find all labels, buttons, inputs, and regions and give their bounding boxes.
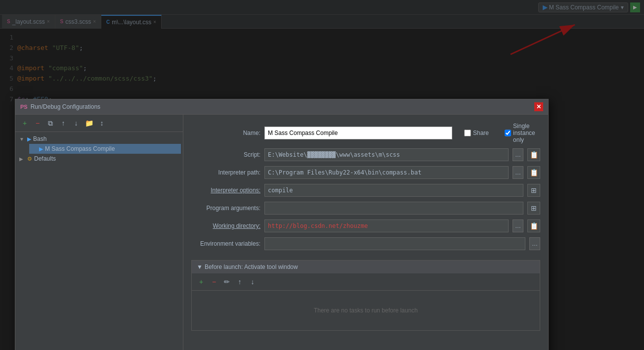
no-tasks-label: There are no tasks to run before launch bbox=[314, 307, 418, 314]
interpreter-options-input[interactable] bbox=[264, 184, 523, 197]
before-launch-add-button[interactable]: + bbox=[196, 276, 207, 287]
expand-arrow-icon: ▼ bbox=[19, 136, 25, 142]
dialog-close-button[interactable]: ✕ bbox=[534, 102, 543, 111]
environment-variables-row: Environment variables: … bbox=[191, 237, 540, 250]
config-tree: ▼ ▶ Bash ▶ M Sass Compass Compile ▶ ⚙ bbox=[15, 132, 183, 166]
interpreter-path-copy-button[interactable]: 📋 bbox=[527, 166, 540, 179]
interpreter-path-row: Interpreter path: … 📋 bbox=[191, 166, 540, 179]
environment-variables-input[interactable] bbox=[264, 237, 525, 250]
program-arguments-input[interactable] bbox=[264, 202, 523, 215]
script-label: Script: bbox=[191, 151, 260, 158]
environment-variables-label: Environment variables: bbox=[191, 240, 260, 247]
working-directory-row: Working directory: … 📋 bbox=[191, 219, 540, 232]
tree-defaults-label: Defaults bbox=[34, 155, 56, 162]
bash-icon: ▶ bbox=[27, 136, 31, 142]
copy-button[interactable]: ⧉ bbox=[45, 118, 56, 129]
run-icon: ▶ bbox=[39, 146, 43, 152]
before-launch-down-button[interactable]: ↓ bbox=[247, 276, 258, 287]
run-debug-dialog: PS Run/Debug Configurations ✕ + − ⧉ ↑ ↓ … bbox=[15, 99, 549, 350]
tree-msass-label: M Sass Compass Compile bbox=[45, 145, 115, 152]
environment-variables-browse-button[interactable]: … bbox=[529, 237, 540, 250]
share-area: Share Single instance only bbox=[456, 123, 540, 143]
dialog-body: + − ⧉ ↑ ↓ 📁 ↕ ▼ ▶ Bash bbox=[15, 115, 548, 350]
expand-arrow-icon: ▶ bbox=[19, 156, 25, 162]
before-launch-section: ▼ Before launch: Activate tool window + … bbox=[191, 260, 540, 331]
name-row: Name: Share Single instance only bbox=[191, 123, 540, 143]
tree-toolbar: + − ⧉ ↑ ↓ 📁 ↕ bbox=[15, 115, 183, 132]
script-row: Script: … 📋 bbox=[191, 148, 540, 161]
program-arguments-label: Program arguments: bbox=[191, 205, 260, 212]
interpreter-path-input[interactable] bbox=[264, 166, 509, 179]
before-launch-remove-button[interactable]: − bbox=[209, 276, 219, 287]
name-label: Name: bbox=[191, 130, 260, 136]
program-arguments-expand-button[interactable]: ⊞ bbox=[527, 202, 540, 215]
move-down-button[interactable]: ↓ bbox=[71, 118, 82, 129]
collapse-icon[interactable]: ▼ bbox=[197, 263, 203, 270]
interpreter-options-label: Interpreter options: bbox=[191, 187, 260, 194]
interpreter-path-browse-button[interactable]: … bbox=[513, 166, 523, 179]
add-button[interactable]: + bbox=[19, 118, 30, 129]
working-directory-input[interactable] bbox=[264, 219, 509, 232]
interpreter-options-expand-button[interactable]: ⊞ bbox=[527, 184, 540, 197]
program-arguments-row: Program arguments: ⊞ bbox=[191, 202, 540, 215]
share-checkbox[interactable] bbox=[464, 130, 471, 136]
before-launch-header: ▼ Before launch: Activate tool window bbox=[192, 261, 540, 273]
single-instance-checkbox[interactable] bbox=[505, 130, 511, 136]
dialog-title-area: PS Run/Debug Configurations bbox=[20, 103, 100, 110]
script-copy-button[interactable]: 📋 bbox=[527, 148, 540, 161]
working-dir-copy-button[interactable]: 📋 bbox=[527, 219, 540, 232]
right-panel: Name: Share Single instance only Script: bbox=[183, 115, 548, 350]
before-launch-label: Before launch: Activate tool window bbox=[205, 263, 298, 270]
tree-child-area: ▶ M Sass Compass Compile bbox=[29, 144, 181, 154]
dialog-title-icon: PS bbox=[20, 104, 28, 110]
left-panel: + − ⧉ ↑ ↓ 📁 ↕ ▼ ▶ Bash bbox=[15, 115, 183, 350]
sort-button[interactable]: ↕ bbox=[96, 118, 107, 129]
single-instance-checkbox-area: Single instance only bbox=[505, 123, 540, 143]
folder-button[interactable]: 📁 bbox=[84, 118, 94, 129]
single-instance-label: Single instance only bbox=[513, 123, 540, 143]
interpreter-options-row: Interpreter options: ⊞ bbox=[191, 184, 540, 197]
before-launch-edit-button[interactable]: ✏ bbox=[221, 276, 232, 287]
working-directory-label: Working directory: bbox=[191, 222, 260, 229]
script-input[interactable] bbox=[264, 148, 509, 161]
name-input[interactable] bbox=[264, 127, 452, 139]
tree-bash-label: Bash bbox=[33, 135, 46, 142]
dialog-titlebar: PS Run/Debug Configurations ✕ bbox=[15, 99, 548, 115]
before-launch-empty-message: There are no tasks to run before launch bbox=[192, 291, 540, 330]
share-checkbox-area: Share bbox=[464, 130, 489, 136]
working-dir-browse-button[interactable]: … bbox=[513, 219, 523, 232]
tree-item-bash[interactable]: ▼ ▶ Bash bbox=[17, 134, 181, 144]
tree-item-defaults[interactable]: ▶ ⚙ Defaults bbox=[17, 154, 181, 164]
tree-item-msass[interactable]: ▶ M Sass Compass Compile bbox=[29, 144, 181, 154]
defaults-icon: ⚙ bbox=[27, 156, 32, 162]
interpreter-path-label: Interpreter path: bbox=[191, 169, 260, 176]
dialog-title-label: Run/Debug Configurations bbox=[31, 103, 100, 110]
before-launch-up-button[interactable]: ↑ bbox=[234, 276, 245, 287]
before-launch-toolbar: + − ✏ ↑ ↓ bbox=[192, 273, 540, 291]
remove-button[interactable]: − bbox=[32, 118, 43, 129]
share-label: Share bbox=[473, 130, 489, 136]
script-browse-button[interactable]: … bbox=[513, 148, 523, 161]
move-up-button[interactable]: ↑ bbox=[58, 118, 69, 129]
